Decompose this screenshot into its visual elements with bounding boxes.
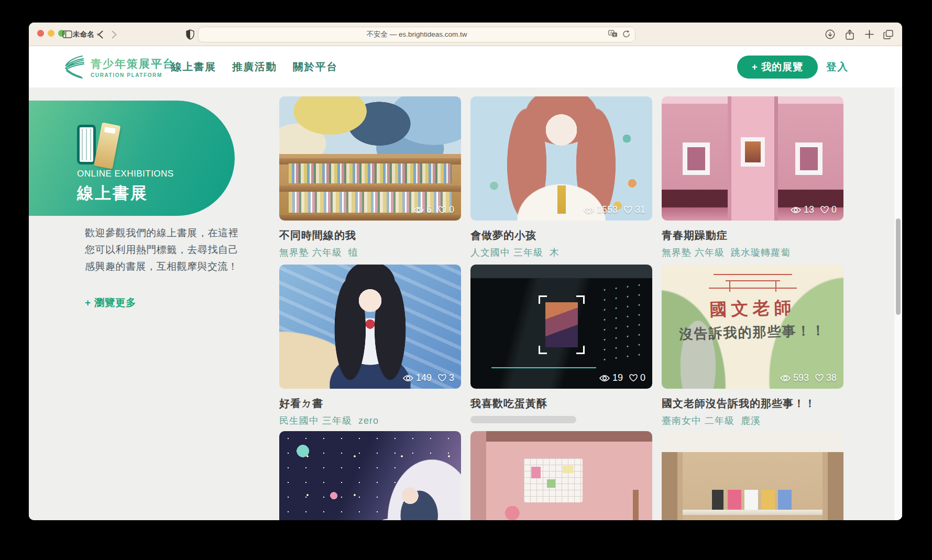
downloads-icon[interactable]: [824, 23, 836, 46]
tab-overview-icon[interactable]: [882, 23, 894, 46]
likes-icon: [624, 206, 632, 214]
card-title: 會做夢的小孩: [470, 228, 652, 243]
banner-title: 線上書展: [77, 182, 148, 204]
exhibition-card[interactable]: 19 0 我喜歡吃蛋黃酥: [470, 265, 652, 423]
my-exhibitions-button[interactable]: + 我的展覽: [737, 56, 818, 79]
exhibition-thumbnail[interactable]: 149 3: [279, 265, 461, 389]
exhibition-card[interactable]: [662, 431, 843, 520]
likes-count: 31: [635, 204, 645, 215]
likes-count: 0: [640, 372, 645, 383]
close-window-button[interactable]: [37, 30, 44, 37]
card-meta: 臺南女中 二年級 鹿溪: [662, 414, 843, 427]
desktop-background: 未命名 ▾ 不安全 — es.brightideas.com.tw A: [0, 0, 932, 560]
browse-more-link[interactable]: + 瀏覽更多: [85, 296, 136, 310]
exhibition-thumbnail[interactable]: [662, 431, 843, 520]
thumbnail-calligraphy-line1: 國文老師: [662, 294, 843, 323]
card-stats: 13 0: [791, 204, 837, 215]
browser-window: 未命名 ▾ 不安全 — es.brightideas.com.tw A: [29, 23, 902, 520]
card-stats: 149 3: [403, 372, 454, 383]
nav-item-about[interactable]: 關於平台: [293, 60, 338, 74]
views-icon: [791, 206, 801, 214]
site-header: 青少年策展平台 CURATION PLATFORM 線上書展 推廣活動 關於平台…: [29, 46, 902, 87]
logo-book-icon: [63, 54, 85, 80]
intro-description: 歡迎參觀我們的線上書展，在這裡您可以利用熱門標籤，去尋找自己感興趣的書展，互相觀…: [85, 225, 238, 275]
scrollbar-thumb[interactable]: [896, 218, 901, 315]
card-title: 國文老師沒告訴我的那些事！！: [662, 397, 843, 411]
views-count: 149: [416, 372, 432, 383]
svg-text:文: 文: [613, 33, 617, 37]
likes-icon: [438, 374, 446, 382]
exhibition-card[interactable]: [279, 431, 461, 520]
exhibition-card[interactable]: 6 0 不同時間線的我 無界塾 六年級 犆: [279, 96, 461, 259]
card-meta: 人文國中 三年級 木: [470, 246, 652, 259]
likes-icon: [438, 206, 446, 214]
logo-subtitle: CURATION PLATFORM: [91, 72, 175, 78]
scrollbar-track[interactable]: [894, 87, 902, 520]
banner-eyebrow: ONLINE EXHIBITIONS: [77, 169, 174, 179]
card-stats: 6 0: [413, 204, 454, 215]
exhibition-card[interactable]: 149 3 好看ㄉ書 民生國中 三年級 zero: [279, 265, 461, 427]
card-title: 我喜歡吃蛋黃酥: [470, 397, 652, 411]
card-title: 好看ㄉ書: [279, 397, 461, 411]
card-stats: 1553 31: [584, 204, 645, 215]
thumbnail-calligraphy-line2: 沒告訴我的那些事！！: [662, 321, 843, 344]
main-navigation: 線上書展 推廣活動 關於平台: [171, 46, 338, 87]
nav-item-promotions[interactable]: 推廣活動: [232, 60, 277, 74]
views-count: 13: [804, 204, 814, 215]
share-icon[interactable]: [843, 23, 856, 46]
views-count: 1553: [597, 204, 618, 215]
browser-toolbar: 未命名 ▾ 不安全 — es.brightideas.com.tw A: [29, 23, 902, 46]
views-count: 593: [793, 372, 809, 383]
views-icon: [599, 375, 610, 382]
card-meta: 無界塾 六年級 跳水璇轉蘿蔔: [662, 246, 843, 259]
exhibition-thumbnail[interactable]: 6 0: [279, 96, 461, 221]
exhibition-thumbnail[interactable]: [279, 431, 461, 520]
online-exhibitions-banner: ONLINE EXHIBITIONS 線上書展: [29, 101, 235, 216]
exhibition-card[interactable]: 國文老師 沒告訴我的那些事！！ 593 38 國文老師沒告訴我的那些事！！ 臺南…: [662, 265, 843, 427]
likes-icon: [820, 206, 829, 214]
card-stats: 19 0: [599, 372, 645, 383]
address-bar-text: 不安全 — es.brightideas.com.tw: [366, 30, 467, 39]
back-button[interactable]: [95, 23, 106, 46]
exhibition-card[interactable]: [470, 431, 652, 520]
translate-icon[interactable]: A文: [608, 30, 618, 39]
exhibition-thumbnail[interactable]: 1553 31: [470, 96, 652, 221]
likes-count: 38: [826, 372, 837, 383]
views-icon: [780, 375, 791, 382]
exhibition-thumbnail[interactable]: 13 0: [662, 96, 843, 221]
card-stats: 593 38: [780, 372, 837, 383]
card-meta: 無界塾 六年級 犆: [279, 246, 461, 259]
tab-title: 未命名: [73, 30, 94, 39]
views-count: 19: [612, 372, 623, 383]
logo-title: 青少年策展平台: [91, 57, 175, 71]
likes-icon: [629, 374, 638, 382]
card-title: 不同時間線的我: [279, 228, 461, 243]
privacy-shield-icon[interactable]: [184, 23, 196, 46]
address-bar[interactable]: 不安全 — es.brightideas.com.tw A文: [198, 27, 635, 42]
views-icon: [413, 206, 424, 214]
exhibition-thumbnail[interactable]: [470, 431, 652, 520]
new-tab-icon[interactable]: [863, 23, 875, 46]
exhibition-thumbnail[interactable]: 國文老師 沒告訴我的那些事！！ 593 38: [662, 265, 843, 389]
reload-icon[interactable]: [622, 30, 630, 40]
card-meta: 民生國中 三年級 zero: [279, 414, 461, 427]
views-count: 6: [426, 204, 432, 215]
framed-artwork-decor: [545, 302, 578, 347]
sidebar-toggle-icon[interactable]: [60, 23, 74, 46]
forward-button[interactable]: [108, 23, 120, 46]
likes-count: 3: [449, 372, 454, 383]
likes-count: 0: [831, 204, 837, 215]
exhibition-card[interactable]: 13 0 青春期躁動症 無界塾 六年級 跳水璇轉蘿蔔: [662, 96, 843, 259]
nav-item-online-exhibitions[interactable]: 線上書展: [171, 60, 216, 74]
card-title: 青春期躁動症: [662, 228, 843, 243]
page-content: ONLINE EXHIBITIONS 線上書展 歡迎參觀我們的線上書展，在這裡您…: [29, 87, 902, 520]
minimize-window-button[interactable]: [48, 30, 54, 37]
books-icon: [77, 117, 135, 166]
exhibition-card[interactable]: 1553 31 會做夢的小孩 人文國中 三年級 木: [470, 96, 652, 259]
views-icon: [403, 375, 413, 382]
login-link[interactable]: 登入: [826, 46, 849, 87]
exhibition-thumbnail[interactable]: 19 0: [470, 265, 652, 389]
views-icon: [584, 206, 594, 214]
site-logo[interactable]: 青少年策展平台 CURATION PLATFORM: [63, 54, 175, 80]
likes-icon: [815, 374, 824, 382]
